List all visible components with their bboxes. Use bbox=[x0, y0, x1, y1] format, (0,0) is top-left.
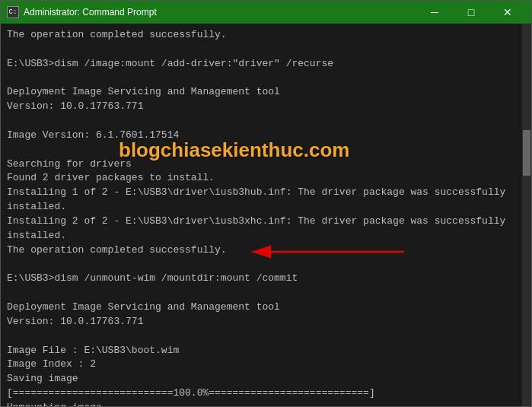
terminal-line: Unmounting image bbox=[7, 401, 516, 406]
terminal-line: Installing 1 of 2 - E:\USB3\driver\iusb3… bbox=[7, 186, 516, 200]
terminal-line: Installing 2 of 2 - E:\USB3\driver\iusb3… bbox=[7, 215, 516, 229]
terminal-line: The operation completed successfully. bbox=[7, 28, 516, 43]
scrollbar[interactable] bbox=[522, 24, 531, 406]
window-title: Administrator: Command Prompt bbox=[24, 7, 157, 17]
terminal-line: Searching for drivers bbox=[7, 157, 516, 172]
terminal-line bbox=[7, 258, 516, 272]
minimize-button[interactable]: ─ bbox=[417, 4, 452, 21]
title-bar-left: C: Administrator: Command Prompt bbox=[7, 6, 157, 18]
terminal-line: Deployment Image Servicing and Managemen… bbox=[7, 85, 516, 100]
terminal-line: E:\USB3>dism /unmount-wim /mountdir:moun… bbox=[7, 272, 516, 286]
maximize-button[interactable]: □ bbox=[454, 4, 489, 21]
terminal-line bbox=[7, 286, 516, 300]
terminal-line: Deployment Image Servicing and Managemen… bbox=[7, 300, 516, 315]
terminal-line: Image File : E:\USB3\boot.wim bbox=[7, 344, 516, 358]
terminal-line bbox=[7, 114, 516, 129]
terminal-line: E:\USB3>dism /image:mount /add-driver:"d… bbox=[7, 57, 516, 72]
window-icon: C: bbox=[7, 6, 19, 18]
terminal-line: Version: 10.0.17763.771 bbox=[7, 315, 516, 329]
title-bar: C: Administrator: Command Prompt ─ □ ✕ bbox=[1, 1, 531, 24]
title-bar-controls: ─ □ ✕ bbox=[417, 4, 525, 21]
terminal-line bbox=[7, 43, 516, 57]
close-button[interactable]: ✕ bbox=[490, 4, 525, 21]
terminal-line bbox=[7, 72, 516, 86]
terminal-line: installed. bbox=[7, 229, 516, 243]
terminal-line: Image Version: 6.1.7601.17514 bbox=[7, 129, 516, 143]
terminal-line: The operation completed successfully. bbox=[7, 243, 516, 258]
terminal-line: installed. bbox=[7, 200, 516, 215]
terminal-line: Image Index : 2 bbox=[7, 358, 516, 372]
terminal-line bbox=[7, 143, 516, 157]
content-area: blogchiasekienthuc.com The operation com… bbox=[1, 24, 531, 406]
terminal-line: Found 2 driver packages to install. bbox=[7, 171, 516, 186]
terminal-line: Saving image bbox=[7, 372, 516, 386]
scrollbar-thumb[interactable] bbox=[523, 130, 530, 176]
terminal-line: Version: 10.0.17763.771 bbox=[7, 100, 516, 114]
terminal-line bbox=[7, 329, 516, 344]
window: C: Administrator: Command Prompt ─ □ ✕ b… bbox=[0, 0, 532, 407]
terminal-lines: The operation completed successfully. E:… bbox=[7, 28, 516, 406]
terminal[interactable]: blogchiasekienthuc.com The operation com… bbox=[1, 24, 522, 406]
terminal-line: [===========================100.0%======… bbox=[7, 386, 516, 401]
